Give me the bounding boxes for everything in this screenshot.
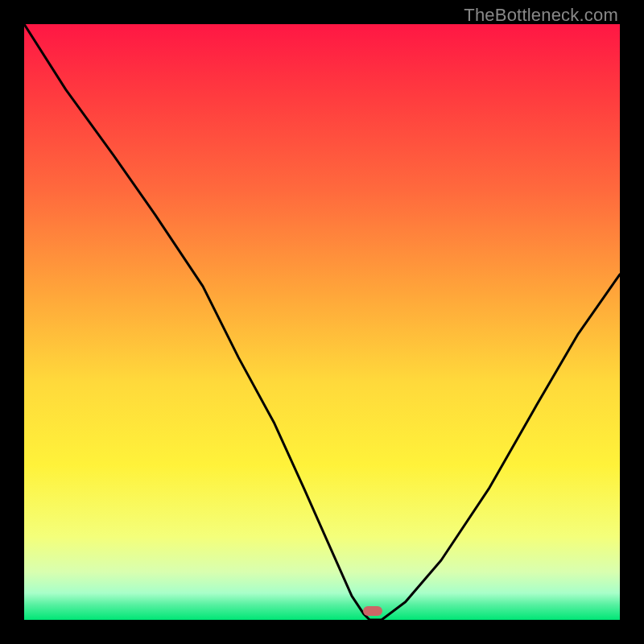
bottleneck-curve bbox=[24, 24, 620, 620]
plot-area bbox=[24, 24, 620, 620]
watermark-text: TheBottleneck.com bbox=[464, 5, 618, 26]
optimal-marker bbox=[363, 606, 382, 616]
chart-frame: TheBottleneck.com bbox=[0, 0, 644, 644]
